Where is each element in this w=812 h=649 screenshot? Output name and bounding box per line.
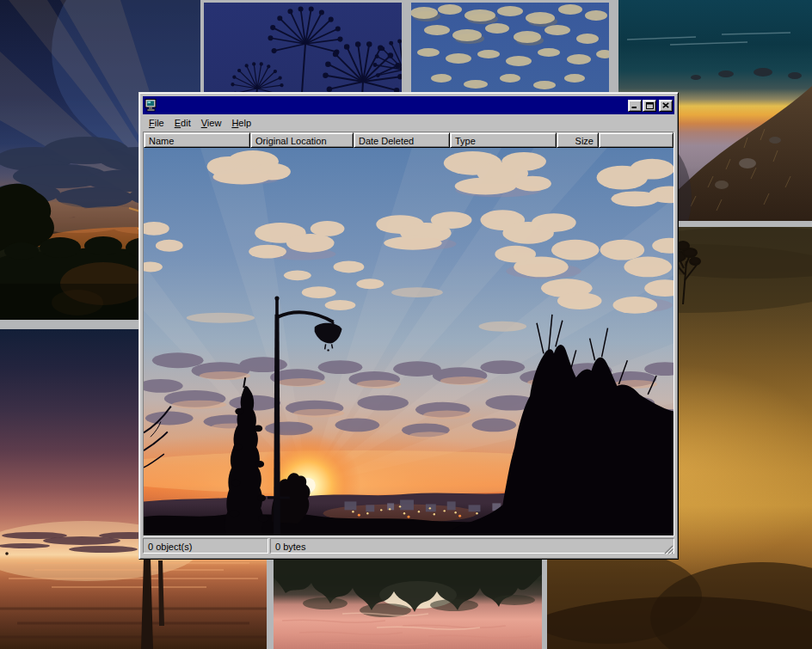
menu-file[interactable]: File [144,115,169,131]
file-list-area[interactable] [144,148,674,536]
recycle-bin-window: File Edit View Help Name Original Locati… [138,92,679,560]
status-bar: 0 object(s) 0 bytes [143,536,674,555]
photo-thumbnail-water-reflection[interactable] [274,550,542,649]
column-header-type[interactable]: Type [450,132,557,148]
desktop: { "window": { "title": "", "menu_items":… [0,0,812,649]
window-icon [145,99,158,112]
column-header-filler [599,132,674,148]
maximize-button[interactable] [643,100,656,112]
close-button[interactable] [659,100,673,112]
window-titlebar[interactable] [143,96,674,114]
column-header-size[interactable]: Size [557,132,599,148]
status-byte-count: 0 bytes [270,538,674,554]
column-header-name[interactable]: Name [144,132,250,148]
column-header-original-location[interactable]: Original Location [250,132,354,148]
minimize-icon [631,102,638,108]
menu-bar: File Edit View Help [143,114,674,132]
menu-view[interactable]: View [196,115,227,131]
column-header-date-deleted[interactable]: Date Deleted [354,132,450,148]
resize-grip-icon[interactable] [662,543,674,554]
column-header-row: Name Original Location Date Deleted Type… [144,132,674,148]
menu-help[interactable]: Help [226,115,256,131]
sunset-lamppost-photo [144,148,674,536]
minimize-button[interactable] [628,100,642,112]
close-icon [662,102,669,108]
list-view: Name Original Location Date Deleted Type… [143,132,674,536]
status-object-count: 0 object(s) [143,538,268,554]
menu-edit[interactable]: Edit [169,115,196,131]
maximize-icon [646,102,654,109]
